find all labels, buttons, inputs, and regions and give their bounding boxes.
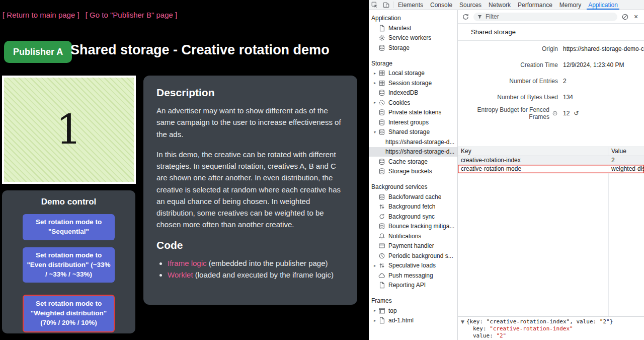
table-row-rotation-mode[interactable]: creative-rotation-mode weighted-distribu… bbox=[458, 165, 644, 173]
divider bbox=[393, 2, 393, 8]
bell-icon bbox=[378, 233, 385, 240]
tab-console[interactable]: Console bbox=[427, 0, 456, 10]
refresh-button[interactable] bbox=[462, 13, 469, 21]
device-toolbar-icon[interactable] bbox=[380, 0, 392, 10]
devtools-window: Elements Console Sources Network Perform… bbox=[369, 0, 644, 340]
clear-all-button[interactable] bbox=[621, 13, 629, 21]
sidebar-item-speculative-loads[interactable]: ▸ Speculative loads bbox=[369, 261, 457, 271]
chevron-right-icon[interactable]: ▸ bbox=[371, 318, 378, 323]
metadata-section: Origin https://shared-storage-demo-co Cr… bbox=[458, 41, 644, 121]
sidebar-item-private-state-tokens[interactable]: Private state tokens bbox=[369, 108, 457, 118]
sidebar-item-frame-top[interactable]: ▸ top bbox=[369, 306, 457, 316]
table-row-rotation-index[interactable]: creative-rotation-index 2 bbox=[458, 156, 644, 165]
reset-icon[interactable]: ↺ bbox=[574, 110, 579, 117]
tab-application[interactable]: Application bbox=[585, 0, 621, 10]
tab-sources[interactable]: Sources bbox=[456, 0, 485, 10]
arrows-up-down-icon bbox=[378, 262, 385, 269]
database-icon bbox=[378, 89, 385, 96]
sidebar-item-shared-storage-origin-2[interactable]: https://shared-storage-d... bbox=[369, 147, 457, 157]
description-panel: Description An advertiser may want to sh… bbox=[143, 76, 357, 305]
table-icon bbox=[378, 70, 385, 77]
description-heading: Description bbox=[156, 87, 344, 99]
code-list: Iframe logic (embedded into the publishe… bbox=[156, 257, 344, 281]
sidebar-item-cache-storage[interactable]: Cache storage bbox=[369, 157, 457, 167]
chevron-right-icon[interactable]: ▸ bbox=[371, 81, 378, 85]
database-icon bbox=[378, 109, 385, 116]
sidebar-item-session-storage[interactable]: ▸ Session storage bbox=[369, 78, 457, 88]
sidebar-item-payment-handler[interactable]: Payment handler bbox=[369, 241, 457, 251]
cloud-icon bbox=[378, 272, 385, 279]
ad-creative-frame: 1 bbox=[2, 76, 136, 184]
frame-icon bbox=[378, 307, 385, 314]
sidebar-item-interest-groups[interactable]: Interest groups bbox=[369, 117, 457, 127]
meta-row-entries: Number of Entries 2 bbox=[458, 73, 644, 89]
column-header-value[interactable]: Value bbox=[608, 147, 644, 156]
description-paragraph: In this demo, the creative can be rotate… bbox=[156, 149, 344, 231]
publisher-badge: Publisher A bbox=[4, 41, 72, 63]
sidebar-item-frame-ad-1[interactable]: ▸ ad-1.html bbox=[369, 316, 457, 326]
devtools-tabbar: Elements Console Sources Network Perform… bbox=[369, 0, 644, 10]
preview-summary: ▼{key: "creative-rotation-index", value:… bbox=[461, 318, 644, 325]
entry-preview: ▼{key: "creative-rotation-index", value:… bbox=[458, 316, 644, 340]
database-icon bbox=[378, 158, 385, 165]
rotation-weighted-button[interactable]: Set rotation mode to "Weighted distribut… bbox=[23, 295, 115, 332]
sidebar-item-back-forward-cache[interactable]: Back/forward cache bbox=[369, 192, 457, 202]
rotation-even-button[interactable]: Set rotation mode to "Even distribution"… bbox=[23, 247, 115, 283]
chevron-right-icon[interactable]: ▸ bbox=[371, 308, 378, 313]
panel-title: Shared storage bbox=[458, 24, 644, 41]
sidebar-item-bounce-tracking-mitigations[interactable]: Bounce tracking mitiga... bbox=[369, 222, 457, 232]
sidebar-section-frames: Frames ▸ top ▸ ad-1.html bbox=[369, 296, 457, 325]
sidebar-item-cookies[interactable]: ▸ Cookies bbox=[369, 98, 457, 108]
page-title: Shared storage - Creative rotation demo bbox=[70, 42, 330, 58]
sidebar-item-background-fetch[interactable]: Background fetch bbox=[369, 202, 457, 212]
close-icon[interactable]: × bbox=[633, 13, 639, 20]
iframe-logic-link[interactable]: Iframe logic bbox=[168, 259, 207, 267]
column-header-key[interactable]: Key bbox=[458, 147, 608, 156]
worklet-link[interactable]: Worklet bbox=[168, 270, 193, 279]
sidebar-item-local-storage[interactable]: ▸ Local storage bbox=[369, 69, 457, 79]
preview-entry-key: key"creative-rotation-index" bbox=[461, 325, 644, 332]
sidebar-item-shared-storage[interactable]: ▾ Shared storage bbox=[369, 127, 457, 138]
sidebar-item-reporting-api[interactable]: Reporting API bbox=[369, 281, 457, 291]
filter-input[interactable] bbox=[485, 13, 614, 21]
arrows-up-down-icon bbox=[378, 203, 385, 210]
funnel-icon bbox=[477, 14, 482, 20]
panel-toolbar: × bbox=[458, 10, 644, 24]
tab-performance[interactable]: Performance bbox=[514, 0, 556, 10]
chevron-right-icon[interactable]: ▸ bbox=[371, 71, 378, 76]
shared-storage-panel: × Shared storage Origin https://shared-s… bbox=[458, 10, 644, 340]
section-header: Background services bbox=[369, 182, 457, 192]
sidebar-item-shared-storage-origin-1[interactable]: https://shared-storage-d... bbox=[369, 137, 457, 147]
sidebar-item-manifest[interactable]: Manifest bbox=[369, 23, 457, 33]
publisher-b-link[interactable]: [ Go to "Publisher B" page ] bbox=[86, 11, 177, 19]
database-icon bbox=[378, 128, 385, 135]
sidebar-item-periodic-background-sync[interactable]: Periodic background s... bbox=[369, 251, 457, 261]
filter-box[interactable] bbox=[473, 13, 617, 21]
caret-down-icon[interactable]: ▼ bbox=[461, 319, 464, 324]
sidebar-item-storage[interactable]: Storage bbox=[369, 43, 457, 53]
tab-network[interactable]: Network bbox=[485, 0, 514, 10]
sidebar-item-indexeddb[interactable]: IndexedDB bbox=[369, 88, 457, 98]
clock-icon bbox=[378, 252, 385, 259]
sidebar-item-push-messaging[interactable]: Push messaging bbox=[369, 270, 457, 281]
chevron-right-icon[interactable]: ▸ bbox=[371, 263, 378, 268]
sidebar-item-background-sync[interactable]: Background sync bbox=[369, 212, 457, 222]
chevron-down-icon[interactable]: ▾ bbox=[371, 130, 378, 134]
document-icon bbox=[378, 282, 385, 289]
demo-control-panel: Demo control Set rotation mode to "Seque… bbox=[2, 190, 135, 333]
database-icon bbox=[378, 44, 385, 51]
return-main-link[interactable]: [ Return to main page ] bbox=[3, 11, 79, 19]
tab-memory[interactable]: Memory bbox=[556, 0, 585, 10]
sidebar-item-service-workers[interactable]: Service workers bbox=[369, 33, 457, 43]
chevron-right-icon[interactable]: ▸ bbox=[371, 100, 378, 105]
tab-elements[interactable]: Elements bbox=[394, 0, 427, 10]
sidebar-section-background-services: Background services Back/forward cache B… bbox=[369, 182, 457, 290]
rotation-sequential-button[interactable]: Set rotation mode to "Sequential" bbox=[23, 214, 115, 240]
sidebar-item-storage-buckets[interactable]: Storage buckets bbox=[369, 167, 457, 177]
sidebar-item-notifications[interactable]: Notifications bbox=[369, 231, 457, 241]
info-icon[interactable] bbox=[552, 110, 558, 116]
inspect-icon[interactable] bbox=[369, 0, 380, 10]
creative-number: 1 bbox=[56, 106, 82, 153]
sidebar-section-application: Application Manifest Service workers Sto… bbox=[369, 14, 457, 53]
preview-entry-value: value"2" bbox=[461, 332, 644, 339]
